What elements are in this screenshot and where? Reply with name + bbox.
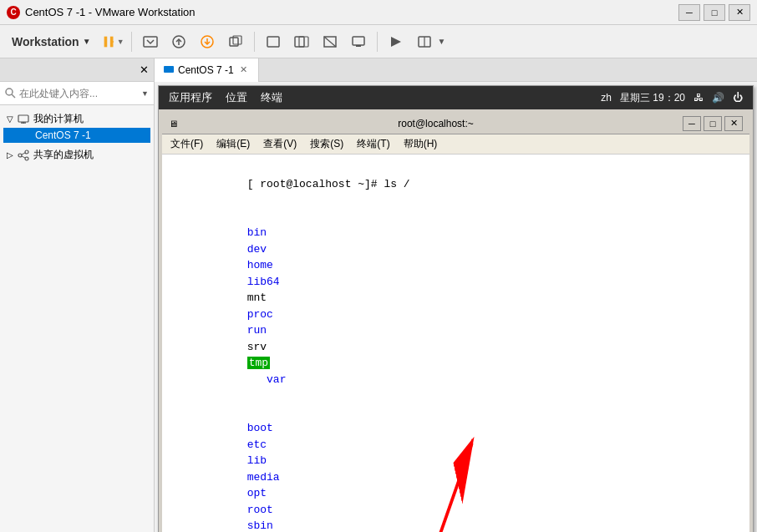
shared-header[interactable]: ▷ 共享的虚拟机 (3, 146, 150, 164)
terminal-title: root@localhost:~ (189, 118, 683, 129)
svg-rect-26 (21, 131, 31, 138)
toolbar-icon-6[interactable] (290, 30, 313, 53)
menu-file[interactable]: 文件(F) (165, 135, 208, 153)
svg-rect-0 (104, 36, 107, 47)
menu-search[interactable]: 搜索(S) (305, 135, 348, 153)
shared-section: ▷ 共享的虚拟机 (3, 146, 150, 164)
network-icon[interactable]: 🖧 (693, 92, 704, 104)
gnome-topbar: 应用程序 位置 终端 zh 星期三 19：20 🖧 🔊 ⏻ (159, 86, 753, 109)
minimize-button[interactable]: ─ (678, 4, 700, 21)
sidebar-search[interactable]: ▼ (0, 82, 154, 105)
svg-rect-3 (144, 37, 157, 47)
share-icon (17, 149, 30, 162)
toolbar-icon-1[interactable] (139, 30, 162, 53)
search-input[interactable] (19, 88, 138, 99)
ls-run: run (247, 324, 287, 337)
collapse-icon-2: ▷ (7, 150, 13, 160)
vm-window: 应用程序 位置 终端 zh 星期三 19：20 🖧 🔊 ⏻ 🖥 root@loc… (158, 85, 754, 532)
toolbar-icon-8[interactable] (347, 30, 370, 53)
right-area: CentOS 7 -1 ✕ 应用程序 位置 终端 zh 星期三 19：20 🖧 … (155, 58, 757, 532)
power-icon[interactable]: ⏻ (733, 92, 743, 104)
workstation-label: Workstation (12, 35, 79, 48)
terminal-win-buttons: ─ □ ✕ (683, 116, 743, 131)
svg-marker-18 (391, 37, 401, 47)
ls-lib64: lib64 (247, 276, 293, 288)
ls-proc: proc (247, 308, 293, 321)
terminal-content[interactable]: [ root@localhost ~]# ls / bin dev home l… (162, 155, 749, 532)
toolbar-icon-5[interactable] (262, 30, 285, 53)
toolbar-icon-9[interactable] (384, 30, 408, 53)
toolbar-dropdown[interactable]: ▼ (438, 37, 446, 46)
maximize-button[interactable]: □ (704, 4, 725, 21)
toolbar-icon-7[interactable] (318, 30, 342, 53)
window-title: CentOS 7 -1 - VMware Workstation (25, 6, 678, 18)
my-computer-header[interactable]: ▽ 我的计算机 (3, 110, 150, 128)
terminal-line-1: [ root@localhost ~]# ls / (169, 160, 743, 209)
ls-sbin: sbin (247, 519, 287, 532)
toolbar-separator-3 (377, 32, 378, 52)
terminal-maximize-btn[interactable]: □ (704, 116, 722, 131)
toolbar-icon-3[interactable] (196, 30, 219, 53)
shared-label: 共享的虚拟机 (33, 148, 94, 162)
svg-rect-10 (267, 37, 279, 47)
gnome-apps[interactable]: 应用程序 (169, 90, 212, 105)
my-computer-section: ▽ 我的计算机 CentOS 7 -1 (3, 110, 150, 143)
menu-view[interactable]: 查看(V) (258, 135, 302, 153)
menu-terminal[interactable]: 终端(T) (352, 135, 394, 153)
vm-item-label: CentOS 7 -1 (35, 129, 91, 141)
computer-icon (17, 113, 30, 126)
sound-icon[interactable]: 🔊 (712, 92, 724, 104)
ls-mnt: mnt (247, 291, 287, 304)
toolbar-icon-10[interactable] (413, 30, 436, 53)
toolbar-icon-4[interactable] (224, 30, 247, 53)
toolbar-icon-2[interactable] (167, 30, 191, 53)
tab-close-button[interactable]: ✕ (237, 63, 250, 76)
svg-line-31 (22, 153, 25, 155)
terminal-minimize-btn[interactable]: ─ (683, 116, 701, 131)
search-icon (5, 88, 16, 99)
sidebar-close-button[interactable]: ✕ (137, 63, 150, 77)
svg-point-21 (6, 89, 13, 95)
menu-help[interactable]: 帮助(H) (399, 135, 443, 153)
svg-rect-15 (353, 37, 364, 45)
window-controls: ─ □ ✕ (678, 4, 750, 21)
term-icon: 🖥 (169, 119, 189, 129)
svg-point-29 (18, 154, 22, 157)
pause-button[interactable]: ▼ (101, 30, 124, 53)
sidebar: ✕ ▼ ▽ 我的计算机 CentOS 7 -1 ▷ (0, 58, 155, 532)
svg-point-30 (25, 157, 28, 160)
workstation-menu[interactable]: Workstation ▼ (7, 32, 96, 52)
ls-boot: boot (247, 422, 287, 434)
svg-rect-23 (18, 115, 28, 122)
svg-line-14 (324, 37, 336, 47)
gnome-right: zh 星期三 19：20 🖧 🔊 ⏻ (601, 91, 743, 105)
ls-home: home (247, 259, 287, 271)
sidebar-tree: ▽ 我的计算机 CentOS 7 -1 ▷ 共享的虚拟机 (0, 105, 154, 172)
terminal-line-2: bin dev home lib64 mnt proc run srv tmp … (169, 209, 743, 404)
ls-etc: etc (247, 438, 287, 451)
gnome-terminal-menu[interactable]: 终端 (261, 90, 282, 105)
ls-media: media (247, 471, 293, 484)
tab-label: CentOS 7 -1 (178, 64, 234, 76)
gnome-datetime: 星期三 19：20 (620, 91, 685, 105)
terminal-line-3: boot etc lib media opt root sbin sys usr (169, 404, 743, 533)
menu-edit[interactable]: 编辑(E) (211, 135, 255, 153)
ls-opt: opt (247, 487, 287, 499)
gnome-lang: zh (601, 92, 612, 104)
tab-vm-icon (163, 64, 175, 76)
sidebar-header: ✕ (0, 58, 154, 82)
vm-tab-centos[interactable]: CentOS 7 -1 ✕ (155, 58, 259, 82)
main-toolbar: Workstation ▼ ▼ ▼ (0, 25, 757, 58)
search-dropdown-icon[interactable]: ▼ (141, 89, 149, 98)
collapse-icon: ▽ (7, 114, 13, 124)
svg-line-32 (22, 156, 25, 158)
svg-point-28 (25, 150, 28, 154)
ls-var: var (247, 373, 287, 386)
sidebar-item-centos[interactable]: CentOS 7 -1 (3, 128, 150, 143)
toolbar-separator-2 (254, 32, 255, 52)
close-button[interactable]: ✕ (729, 4, 750, 21)
gnome-places[interactable]: 位置 (226, 90, 247, 105)
terminal-close-btn[interactable]: ✕ (724, 116, 743, 131)
title-bar: C CentOS 7 -1 - VMware Workstation ─ □ ✕ (0, 0, 757, 25)
terminal-menubar: 文件(F) 编辑(E) 查看(V) 搜索(S) 终端(T) 帮助(H) (162, 134, 749, 155)
